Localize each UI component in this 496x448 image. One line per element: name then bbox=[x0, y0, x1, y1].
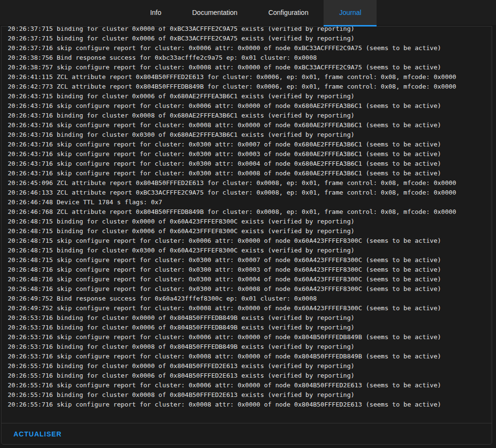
journal-panel: 20:26:37:715 binding for cluster 0x0000 … bbox=[1, 26, 492, 445]
log-line: 20:26:55:716 binding for cluster 0x0000 … bbox=[8, 361, 492, 371]
log-line: 20:26:43:715 binding for cluster 0x0006 … bbox=[8, 92, 492, 101]
log-line: 20:26:55:716 binding for cluster 0x0006 … bbox=[8, 371, 492, 381]
log-line: 20:26:46:748 Device TTL 1784 s flags: 0x… bbox=[8, 198, 492, 207]
log-line: 20:26:49:752 skip configure report for c… bbox=[8, 303, 492, 313]
log-line: 20:26:38:757 skip configure report for c… bbox=[8, 63, 492, 72]
log-line: 20:26:37:715 binding for cluster 0x0000 … bbox=[8, 26, 492, 34]
log-line: 20:26:43:716 binding for cluster 0x0300 … bbox=[8, 130, 492, 140]
tab-bar: InfoDocumentationConfigurationJournal bbox=[0, 0, 496, 25]
log-line: 20:26:45:096 ZCL attribute report 0x804B… bbox=[8, 178, 492, 188]
log-line: 20:26:43:716 skip configure report for c… bbox=[8, 159, 492, 169]
log-line: 20:26:43:716 binding for cluster 0x0008 … bbox=[8, 111, 492, 120]
tab-configuration[interactable]: Configuration bbox=[253, 0, 324, 25]
log-line: 20:26:49:752 Bind response success for 0… bbox=[8, 294, 492, 303]
log-line: 20:26:43:716 skip configure report for c… bbox=[8, 169, 492, 178]
log-line: 20:26:48:715 skip configure report for c… bbox=[8, 236, 492, 246]
log-line: 20:26:37:716 skip configure report for c… bbox=[8, 43, 492, 53]
log-line: 20:26:55:716 skip configure report for c… bbox=[8, 400, 492, 409]
log-line: 20:26:53:716 binding for cluster 0x0006 … bbox=[8, 323, 492, 332]
log-line: 20:26:43:716 skip configure report for c… bbox=[8, 120, 492, 130]
log-line: 20:26:55:716 binding for cluster 0x0008 … bbox=[8, 390, 492, 400]
log-line: 20:26:53:716 skip configure report for c… bbox=[8, 352, 492, 361]
journal-log[interactable]: 20:26:37:715 binding for cluster 0x0000 … bbox=[1, 26, 492, 423]
log-line: 20:26:48:715 skip configure report for c… bbox=[8, 255, 492, 265]
log-line: 20:26:38:756 Bind response success for 0… bbox=[8, 53, 492, 63]
log-line: 20:26:48:715 binding for cluster 0x0300 … bbox=[8, 246, 492, 255]
refresh-button[interactable]: ACTUALISER bbox=[13, 427, 62, 441]
log-line: 20:26:48:715 binding for cluster 0x0000 … bbox=[8, 217, 492, 226]
log-line: 20:26:55:716 skip configure report for c… bbox=[8, 381, 492, 390]
log-line: 20:26:53:716 skip configure report for c… bbox=[8, 332, 492, 342]
log-line: 20:26:41:115 ZCL attribute report 0x804B… bbox=[8, 72, 492, 82]
journal-footer: ACTUALISER bbox=[1, 423, 492, 444]
log-line: 20:26:43:716 skip configure report for c… bbox=[8, 101, 492, 111]
tab-journal[interactable]: Journal bbox=[324, 0, 377, 25]
tab-documentation[interactable]: Documentation bbox=[177, 0, 253, 25]
log-line: 20:26:37:715 binding for cluster 0x0006 … bbox=[8, 34, 492, 43]
tab-info[interactable]: Info bbox=[135, 0, 177, 25]
log-line: 20:26:46:768 ZCL attribute report 0x804B… bbox=[8, 207, 492, 217]
log-line: 20:26:48:716 skip configure report for c… bbox=[8, 284, 492, 294]
log-line: 20:26:48:715 binding for cluster 0x0006 … bbox=[8, 226, 492, 236]
log-line: 20:26:43:716 skip configure report for c… bbox=[8, 140, 492, 149]
log-line: 20:26:48:716 skip configure report for c… bbox=[8, 265, 492, 275]
log-line: 20:26:53:716 binding for cluster 0x0008 … bbox=[8, 342, 492, 352]
log-line: 20:26:53:716 binding for cluster 0x0000 … bbox=[8, 313, 492, 323]
log-lines: 20:26:37:715 binding for cluster 0x0000 … bbox=[8, 26, 492, 409]
log-line: 20:26:48:716 skip configure report for c… bbox=[8, 275, 492, 284]
log-line: 20:26:42:773 ZCL attribute report 0x804B… bbox=[8, 82, 492, 92]
log-line: 20:26:43:716 skip configure report for c… bbox=[8, 149, 492, 159]
log-line: 20:26:46:133 ZCL attribute report 0xBC33… bbox=[8, 188, 492, 198]
